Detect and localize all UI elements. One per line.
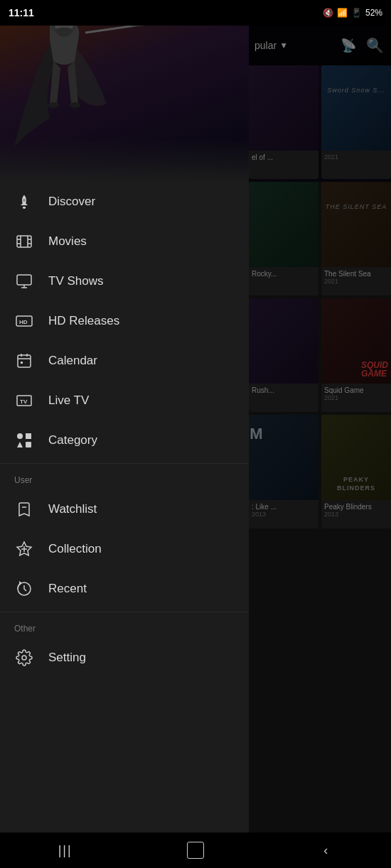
film-svg [16, 233, 33, 250]
other-section-label: Other [0, 615, 249, 638]
nav-item-tvshows[interactable]: TV Shows [0, 261, 249, 301]
svg-rect-22 [21, 362, 23, 364]
nav-item-recent[interactable]: Recent [0, 569, 249, 609]
recent-icon [14, 579, 34, 599]
drawer-header [0, 0, 249, 182]
setting-label: Setting [48, 651, 86, 665]
nav-item-discover[interactable]: Discover [0, 182, 249, 222]
collection-icon [14, 539, 34, 559]
setting-icon [14, 648, 34, 668]
hd-svg: HD [16, 313, 33, 330]
category-svg [16, 432, 33, 449]
svg-text:HD: HD [19, 319, 28, 325]
watchlist-icon [14, 499, 34, 519]
tv-svg: TV [16, 392, 33, 409]
back-button[interactable]: ‹ [304, 836, 347, 864]
movies-icon [14, 232, 34, 251]
svg-rect-28 [26, 442, 31, 447]
discover-icon [14, 192, 34, 212]
calendar-icon [14, 351, 34, 371]
svg-text:TV: TV [20, 398, 28, 405]
history-svg [16, 580, 33, 597]
nav-item-watchlist[interactable]: Watchlist [0, 489, 249, 529]
nav-item-collection[interactable]: Collection [0, 529, 249, 569]
wifi-icon: 📶 [337, 8, 348, 18]
category-icon [14, 430, 34, 450]
nav-item-hdreleases[interactable]: HD HD Releases [0, 301, 249, 341]
tvshows-label: TV Shows [48, 274, 103, 288]
svg-point-3 [48, 102, 59, 108]
nav-item-setting[interactable]: Setting [0, 638, 249, 678]
star-add-svg [16, 541, 33, 558]
svg-marker-27 [17, 442, 23, 447]
status-time: 11:11 [9, 7, 34, 18]
nav-item-livetv[interactable]: TV Live TV [0, 381, 249, 421]
svg-line-1 [85, 26, 135, 33]
discover-label: Discover [48, 195, 95, 209]
svg-point-4 [69, 102, 80, 108]
svg-rect-18 [18, 355, 31, 367]
drawer-navigation: Discover Movies [0, 182, 249, 868]
svg-point-34 [22, 656, 26, 660]
livetv-label: Live TV [48, 394, 89, 408]
drawer-header-gradient [0, 139, 249, 182]
category-label: Category [48, 433, 97, 447]
livetv-icon: TV [14, 391, 34, 411]
signal-icon: 📱 [351, 8, 362, 18]
status-icons: 🔇 📶 📱 52% [323, 8, 382, 18]
monitor-svg [16, 273, 33, 290]
battery-text: 52% [365, 8, 382, 18]
nav-item-movies[interactable]: Movies [0, 222, 249, 261]
drawer-hero-background [0, 0, 249, 182]
watchlist-label: Watchlist [48, 502, 97, 516]
svg-point-5 [23, 199, 26, 202]
recent-label: Recent [48, 582, 87, 596]
calendar-label: Calendar [48, 354, 97, 368]
svg-point-25 [17, 433, 23, 439]
home-icon [187, 842, 204, 859]
home-button[interactable] [174, 836, 217, 864]
bottom-navigation: ||| ‹ [0, 832, 391, 868]
divider-user [0, 463, 249, 464]
bookmark-svg [16, 501, 33, 518]
hdreleases-icon: HD [14, 311, 34, 331]
calendar-svg [16, 352, 33, 369]
divider-other [0, 612, 249, 612]
status-bar: 11:11 🔇 📶 📱 52% [0, 0, 391, 26]
movies-label: Movies [48, 234, 87, 249]
hdreleases-label: HD Releases [48, 314, 119, 328]
nav-item-calendar[interactable]: Calendar [0, 341, 249, 381]
back-icon: ‹ [323, 843, 328, 858]
recents-button[interactable]: ||| [44, 836, 87, 864]
tvshows-icon [14, 271, 34, 291]
mute-icon: 🔇 [323, 8, 333, 18]
collection-label: Collection [48, 542, 102, 556]
rocket-svg [16, 193, 33, 210]
recents-icon: ||| [58, 843, 73, 858]
svg-rect-6 [17, 236, 31, 247]
svg-marker-26 [26, 433, 31, 439]
nav-item-category[interactable]: Category [0, 421, 249, 460]
user-section-label: User [0, 467, 249, 489]
navigation-drawer: Discover Movies [0, 0, 249, 868]
svg-rect-13 [17, 275, 31, 285]
gear-svg [16, 649, 33, 666]
